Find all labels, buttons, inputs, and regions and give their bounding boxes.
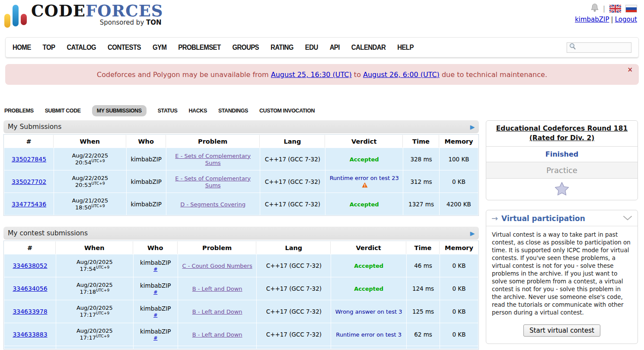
- favorite-star-icon[interactable]: [555, 189, 569, 197]
- timezone: UTC+9: [96, 334, 109, 338]
- contest-status: Finished: [486, 147, 638, 162]
- nav-item-top[interactable]: TOP: [43, 44, 55, 51]
- my-submissions-caption: My Submissions ▶: [3, 120, 479, 133]
- nav-item-edu[interactable]: EDU: [305, 44, 318, 51]
- nav-item-groups[interactable]: GROUPS: [233, 44, 259, 51]
- submission-time: 17:18UTC+9: [59, 288, 131, 295]
- tab-standings[interactable]: STANDINGS: [218, 108, 248, 114]
- notifications-bell-icon[interactable]: [591, 3, 599, 14]
- table-row: 334633883 Aug/20/2025 17:17UTC+9 kimbabZ…: [4, 323, 478, 346]
- nav-item-contests[interactable]: CONTESTS: [108, 44, 141, 51]
- expand-arrow-icon[interactable]: ▶: [470, 230, 475, 237]
- start-virtual-contest-button[interactable]: Start virtual contest: [523, 324, 600, 337]
- problem-link[interactable]: E - Sets of Complementary Sums: [175, 153, 251, 166]
- col-header-who: Who: [127, 135, 166, 148]
- timezone: UTC+9: [92, 204, 105, 208]
- username-link[interactable]: kimbabZIP: [575, 16, 609, 23]
- submitter-handle: kimbabZIP: [140, 282, 171, 289]
- table-row: 334633978 Aug/20/2025 17:17UTC+9 kimbabZ…: [4, 300, 478, 323]
- problem-link[interactable]: B - Left and Down: [192, 286, 242, 292]
- banner-date-link-2[interactable]: August 26, 6:00 (UTC): [363, 71, 440, 79]
- participation-link[interactable]: #: [136, 267, 175, 272]
- search-box[interactable]: [567, 42, 631, 53]
- participation-link[interactable]: #: [136, 335, 175, 341]
- submission-id-link[interactable]: 334638052: [13, 262, 47, 269]
- problem-link[interactable]: D - Segments Covering: [180, 201, 245, 208]
- col-header-problem: Problem: [166, 135, 260, 148]
- problem-link[interactable]: B - Left and Down: [192, 308, 242, 315]
- tab-hacks[interactable]: HACKS: [188, 108, 207, 114]
- search-input[interactable]: [576, 45, 627, 51]
- submitter-handle: kimbabZIP: [131, 201, 162, 208]
- language: C++17 (GCC 7-32): [257, 323, 331, 346]
- submission-time: 20:54UTC+9: [57, 159, 124, 166]
- tab-status[interactable]: STATUS: [158, 108, 178, 114]
- language: C++17 (GCC 7-32): [257, 254, 331, 277]
- submitter-handle: kimbabZIP: [131, 156, 162, 163]
- tab-submit-code[interactable]: SUBMIT CODE: [45, 108, 81, 114]
- logo-bars-icon: [4, 3, 27, 28]
- time-value: 20:54: [75, 159, 91, 166]
- time-value: 20:53: [75, 182, 91, 188]
- header-divider: |: [603, 5, 605, 13]
- memory-used: 0 KB: [440, 323, 478, 346]
- submission-id-link[interactable]: 334634056: [13, 285, 47, 292]
- table-row: 334638052 Aug/20/2025 17:54UTC+9 kimbabZ…: [4, 254, 478, 277]
- nav-item-rating[interactable]: RATING: [271, 44, 293, 51]
- tab-my-submissions[interactable]: MY SUBMISSIONS: [92, 105, 147, 116]
- submission-id-link[interactable]: 334633883: [13, 331, 47, 338]
- chevron-down-icon[interactable]: [623, 214, 632, 222]
- nav-item-gym[interactable]: GYM: [153, 44, 166, 51]
- contest-link[interactable]: Educational Codeforces Round 181 (Rated …: [496, 125, 628, 142]
- submission-date: Aug/22/2025: [57, 175, 124, 181]
- col-header-when: When: [54, 135, 126, 148]
- logo-bar-yellow: [4, 14, 10, 28]
- logout-link[interactable]: Logout: [615, 16, 637, 23]
- maintenance-banner: Codeforces and Polygon may be unavailabl…: [5, 64, 639, 85]
- my-submissions-table: # When Who Problem Lang Verdict Time Mem…: [3, 134, 479, 216]
- problem-link[interactable]: C - Count Good Numbers: [182, 263, 252, 269]
- col-header-lang: Lang: [257, 241, 331, 254]
- tagline-brand: TON: [146, 19, 162, 26]
- nav-item-calendar[interactable]: CALENDAR: [351, 44, 386, 51]
- memory-used: 4200 KB: [440, 193, 478, 215]
- submission-time: 18:50UTC+9: [57, 204, 124, 211]
- table-header-row: # When Who Problem Lang Verdict Time Mem…: [4, 241, 478, 254]
- language: C++17 (GCC 7-32): [260, 148, 325, 170]
- timezone: UTC+9: [96, 265, 109, 270]
- nav-item-problemset[interactable]: PROBLEMSET: [178, 44, 220, 51]
- table-row: 335027845 Aug/22/2025 20:54UTC+9 kimbabZ…: [4, 148, 478, 170]
- submission-id-link[interactable]: 335027702: [12, 178, 46, 185]
- time-value: 18:50: [75, 204, 91, 211]
- warning-icon[interactable]: [362, 182, 368, 189]
- expand-arrow-icon[interactable]: ▶: [470, 124, 475, 130]
- tab-problems[interactable]: PROBLEMS: [4, 108, 34, 114]
- submission-id-link[interactable]: 334633978: [13, 308, 47, 315]
- nav-item-home[interactable]: HOME: [13, 44, 31, 51]
- time-value: 17:17: [80, 335, 96, 341]
- submission-time: 17:54UTC+9: [59, 265, 131, 272]
- section-title: My contest submissions: [8, 229, 470, 237]
- logo-bar-blue: [13, 5, 19, 26]
- tab-custom-invocation[interactable]: CUSTOM INVOCATION: [259, 108, 315, 114]
- nav-item-api[interactable]: API: [330, 44, 340, 51]
- submission-id-link[interactable]: 335027845: [12, 156, 46, 163]
- submission-id-link[interactable]: 334775436: [12, 201, 46, 208]
- participation-link[interactable]: #: [136, 289, 175, 295]
- nav-item-help[interactable]: HELP: [397, 44, 414, 51]
- banner-date-link-1[interactable]: August 25, 16:30 (UTC): [271, 71, 352, 79]
- timezone: UTC+9: [92, 181, 105, 186]
- nav-item-catalog[interactable]: CATALOG: [67, 44, 96, 51]
- verdict-runtime-error: Runtime error on test 23: [330, 175, 399, 181]
- codeforces-logo[interactable]: CODEFORCES Sponsored by TON: [4, 3, 163, 35]
- russian-flag-icon[interactable]: [625, 5, 637, 13]
- virtual-participation-header[interactable]: → Virtual participation: [486, 210, 638, 226]
- verdict-wrong-answer: Wrong answer on test 3: [335, 308, 402, 315]
- problem-link[interactable]: E - Sets of Complementary Sums: [175, 175, 251, 189]
- submission-date: Aug/20/2025: [59, 259, 131, 265]
- close-icon[interactable]: ×: [627, 67, 633, 73]
- english-flag-icon[interactable]: [609, 5, 621, 13]
- submitter-handle: kimbabZIP: [140, 259, 171, 266]
- problem-link[interactable]: B - Left and Down: [192, 331, 242, 338]
- participation-link[interactable]: #: [136, 312, 175, 318]
